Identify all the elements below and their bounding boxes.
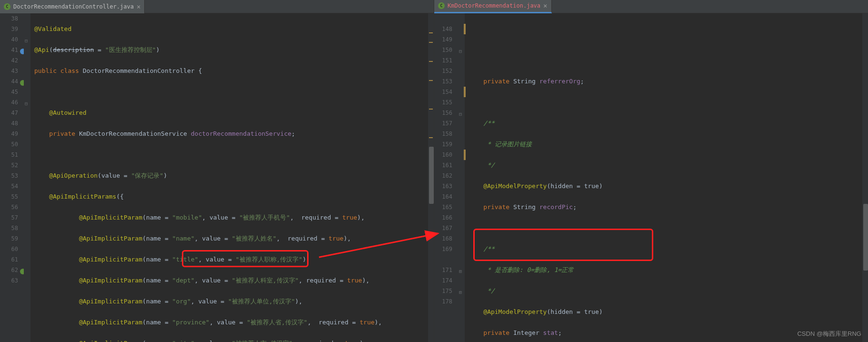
tab-label: DoctorRecommendationController.java xyxy=(13,3,134,10)
editor-right[interactable]: 148 149 150 151 152 153 154 155 156 157 … xyxy=(434,13,868,342)
fold-column: ⊟ ⊟ ⊞ ⊞ xyxy=(458,13,465,342)
scrollbar-thumb[interactable] xyxy=(863,204,868,271)
tab-bar-left: C DoctorRecommendationController.java × xyxy=(0,0,434,13)
scrollbar-thumb[interactable] xyxy=(429,147,434,204)
fold-icon[interactable]: ⊟ xyxy=(25,38,30,43)
change-marker xyxy=(464,150,466,160)
gutter-right: 148 149 150 151 152 153 154 155 156 157 … xyxy=(434,13,458,342)
tab-label: KmDoctorRecommendation.java xyxy=(448,2,540,9)
minimap-right[interactable] xyxy=(862,13,868,342)
tab-left[interactable]: C DoctorRecommendationController.java × xyxy=(0,0,145,13)
code-area-left[interactable]: @Validated @Api(description = "医生推荐控制层")… xyxy=(30,13,428,342)
fold-icon[interactable]: ⊞ xyxy=(459,290,464,294)
editor-left[interactable]: 38 39 40 41 42 43 44 45 46 47 48 49 50 5… xyxy=(0,13,434,342)
minimap-left[interactable] xyxy=(428,13,434,342)
fold-icon[interactable]: ⊟ xyxy=(459,111,464,116)
tab-right[interactable]: C KmDoctorRecommendation.java × xyxy=(434,0,552,13)
fold-icon[interactable]: ⊞ xyxy=(459,269,464,273)
close-icon[interactable]: × xyxy=(543,2,547,10)
fold-icon[interactable]: ⊟ xyxy=(25,101,30,106)
code-area-right[interactable]: private String referrerOrg; /** * 记录图片链接… xyxy=(465,13,862,342)
fold-icon[interactable]: ⊟ xyxy=(459,49,464,53)
change-marker xyxy=(464,87,466,97)
java-class-icon: C xyxy=(438,2,445,9)
tab-bar-right: C KmDoctorRecommendation.java × xyxy=(434,0,868,13)
gutter-left: 38 39 40 41 42 43 44 45 46 47 48 49 50 5… xyxy=(0,13,24,342)
fold-column: ⊟ ⊟ xyxy=(24,13,30,342)
close-icon[interactable]: × xyxy=(137,3,140,10)
java-class-icon: C xyxy=(4,3,10,10)
watermark: CSDN @梅西库里RNG xyxy=(797,330,861,338)
change-marker xyxy=(464,24,466,34)
